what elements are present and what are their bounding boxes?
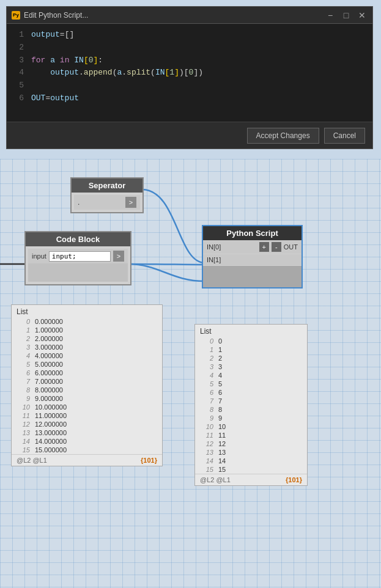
list-value: 10 [218, 423, 226, 430]
list-index: 14 [200, 457, 213, 465]
left-list-footer-count: {101} [141, 457, 157, 464]
codeblock-row: input > [28, 249, 128, 263]
accept-button[interactable]: Accept Changes [247, 128, 319, 144]
codeblock-body: input > [26, 246, 130, 284]
list-item: 1515.000000 [12, 446, 162, 454]
list-value: 7 [218, 397, 222, 405]
list-value: 1 [218, 346, 222, 353]
editor-title: Edit Python Script... [24, 11, 88, 20]
list-value: 15.000000 [35, 446, 67, 454]
list-item: 1212.000000 [12, 420, 162, 428]
list-index: 9 [17, 395, 30, 402]
list-index: 0 [200, 337, 213, 345]
codeblock-port-btn[interactable]: > [113, 251, 124, 262]
list-index: 15 [17, 446, 30, 454]
right-list-footer-count: {101} [286, 476, 302, 483]
list-value: 12 [218, 440, 226, 447]
list-value: 4.000000 [35, 352, 63, 359]
separator-header: Seperator [72, 178, 142, 193]
editor-icon: Py [12, 11, 20, 20]
separator-dot: . [78, 198, 123, 207]
list-item: 44 [195, 371, 307, 380]
right-list-panel: List 00112233445566778899101011111212131… [194, 324, 308, 486]
right-list-footer: @L2 @L1 {101} [195, 474, 307, 485]
right-list-scroll[interactable]: 0011223344556677889910101111121213131414… [195, 337, 307, 474]
list-item: 88 [195, 405, 307, 414]
editor-footer: Accept Changes Cancel [7, 122, 372, 149]
list-value: 7.000000 [35, 378, 63, 385]
list-value: 9.000000 [35, 395, 63, 402]
list-value: 0 [218, 337, 222, 345]
list-index: 4 [17, 352, 30, 359]
list-item: 1111 [195, 431, 307, 439]
list-item: 00 [195, 337, 307, 345]
python-in1-label: IN[1] [207, 256, 298, 263]
list-index: 13 [200, 449, 213, 456]
list-value: 12.000000 [35, 421, 67, 428]
left-list-header: List [12, 305, 162, 317]
cancel-button[interactable]: Cancel [324, 128, 365, 144]
list-value: 9 [218, 414, 222, 422]
list-index: 8 [200, 406, 213, 413]
list-index: 2 [17, 335, 30, 342]
maximize-button[interactable]: □ [341, 11, 352, 20]
list-value: 0.000000 [35, 318, 63, 325]
list-index: 6 [200, 389, 213, 396]
code-line-1: 1 output=[] [7, 29, 372, 42]
list-item: 99 [195, 414, 307, 422]
list-index: 8 [17, 386, 30, 394]
list-item: 99.000000 [12, 394, 162, 403]
minimize-button[interactable]: − [325, 11, 336, 20]
list-value: 3.000000 [35, 344, 63, 351]
list-index: 4 [200, 372, 213, 379]
list-value: 5.000000 [35, 361, 63, 368]
list-value: 11 [218, 432, 226, 439]
python-minus-btn[interactable]: - [272, 242, 281, 252]
list-item: 33 [195, 362, 307, 371]
list-index: 11 [200, 432, 213, 439]
python-header: Python Script [203, 226, 301, 240]
list-item: 55.000000 [12, 360, 162, 369]
code-line-5: 5 [7, 79, 372, 92]
list-index: 7 [17, 378, 30, 385]
editor-window: Py Edit Python Script... − □ ✕ 1 output=… [6, 6, 373, 149]
list-item: 1414 [195, 457, 307, 465]
window-controls: − □ ✕ [325, 11, 368, 20]
separator-row: . > [74, 195, 140, 210]
list-index: 9 [200, 414, 213, 422]
list-index: 11 [17, 412, 30, 419]
python-plus-btn[interactable]: + [259, 242, 269, 252]
list-index: 5 [200, 380, 213, 388]
list-index: 13 [17, 429, 30, 436]
list-item: 66 [195, 388, 307, 397]
left-list-scroll[interactable]: 00.00000011.00000022.00000033.00000044.0… [12, 317, 162, 454]
list-item: 55 [195, 380, 307, 388]
list-item: 1212 [195, 439, 307, 448]
list-index: 6 [17, 369, 30, 377]
right-list-header: List [195, 325, 307, 337]
list-index: 1 [200, 346, 213, 353]
list-value: 14.000000 [35, 438, 67, 445]
list-item: 11 [195, 345, 307, 354]
input-field[interactable] [49, 251, 111, 262]
list-item: 77 [195, 397, 307, 405]
list-index: 12 [17, 421, 30, 428]
list-index: 12 [200, 440, 213, 447]
separator-node: Seperator . > [70, 177, 144, 213]
separator-port-btn[interactable]: > [125, 197, 136, 208]
python-node: Python Script IN[0] + - OUT IN[1] [202, 225, 303, 288]
separator-body: . > [72, 193, 142, 212]
left-list-footer: @L2 @L1 {101} [12, 454, 162, 466]
codeblock-empty-space [28, 263, 128, 282]
list-value: 14 [218, 457, 226, 465]
list-item: 1313 [195, 448, 307, 457]
list-item: 66.000000 [12, 369, 162, 377]
python-row-0: IN[0] + - OUT [203, 240, 301, 254]
input-label: input [32, 252, 46, 260]
python-extra-body [203, 266, 301, 287]
list-item: 1515 [195, 465, 307, 474]
code-editor[interactable]: 1 output=[] 2 3 for a in IN[0]: 4 output… [7, 24, 372, 122]
close-button[interactable]: ✕ [357, 11, 368, 20]
list-value: 2 [218, 355, 222, 362]
list-index: 3 [200, 363, 213, 370]
